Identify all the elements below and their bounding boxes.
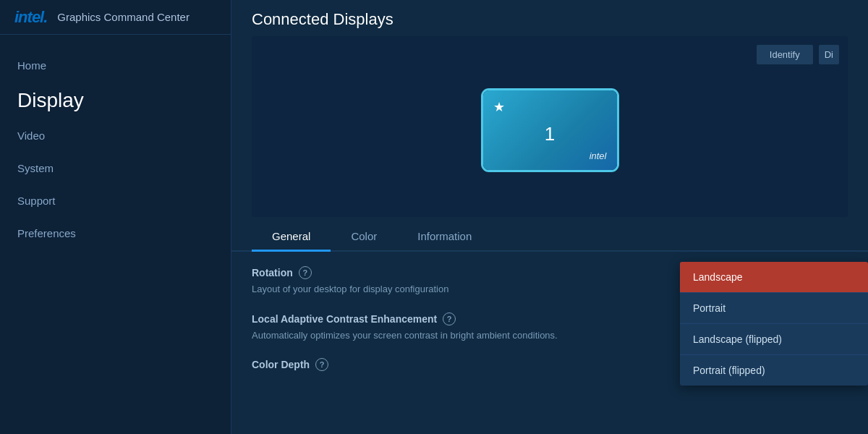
monitor-number: 1 — [545, 123, 555, 145]
tab-general[interactable]: General — [252, 223, 331, 252]
lace-label-text: Local Adaptive Contrast Enhancement — [252, 313, 437, 325]
main-content: Connected Displays Identify Di ★ 1 intel… — [231, 0, 868, 434]
monitor-brand: intel — [590, 150, 607, 161]
sidebar-item-home[interactable]: Home — [0, 49, 231, 82]
tab-color[interactable]: Color — [331, 223, 397, 252]
page-title: Connected Displays — [231, 0, 868, 36]
rotation-help-icon[interactable]: ? — [299, 266, 312, 279]
lace-help-icon[interactable]: ? — [443, 312, 456, 326]
display-settings-button[interactable]: Di — [819, 45, 839, 64]
rotation-label-text: Rotation — [252, 267, 293, 278]
rotation-dropdown[interactable]: Landscape Portrait Landscape (flipped) P… — [680, 262, 868, 386]
color-depth-label-text: Color Depth — [252, 359, 310, 370]
intel-logo: intel. — [14, 8, 47, 27]
sidebar-nav: Home Display Video System Support Prefer… — [0, 35, 231, 264]
settings-area: Rotation ? Layout of your desktop for di… — [231, 252, 868, 434]
sidebar-item-video[interactable]: Video — [0, 119, 231, 152]
tabs-row: General Color Information — [231, 223, 868, 252]
dropdown-item-portrait[interactable]: Portrait — [680, 293, 868, 324]
sidebar-item-system[interactable]: System — [0, 152, 231, 184]
identify-button[interactable]: Identify — [757, 45, 813, 64]
sidebar-item-support[interactable]: Support — [0, 184, 231, 217]
preview-buttons: Identify Di — [757, 45, 839, 64]
color-depth-help-icon[interactable]: ? — [315, 358, 328, 371]
sidebar: intel. Graphics Command Center Home Disp… — [0, 0, 231, 434]
display-preview-area: Identify Di ★ 1 intel — [252, 36, 848, 217]
primary-display-icon: ★ — [493, 99, 505, 115]
sidebar-item-display[interactable]: Display — [0, 82, 231, 119]
tab-information[interactable]: Information — [397, 223, 492, 252]
sidebar-item-preferences[interactable]: Preferences — [0, 217, 231, 250]
dropdown-item-landscape-flipped[interactable]: Landscape (flipped) — [680, 324, 868, 355]
dropdown-item-portrait-flipped[interactable]: Portrait (flipped) — [680, 355, 868, 386]
sidebar-header: intel. Graphics Command Center — [0, 0, 231, 35]
monitor-card-area: ★ 1 intel — [263, 48, 836, 205]
lace-description: Automatically optimizes your screen cont… — [252, 328, 613, 343]
monitor-card[interactable]: ★ 1 intel — [483, 90, 617, 170]
app-title: Graphics Command Center — [57, 11, 190, 23]
rotation-description: Layout of your desktop for display confi… — [252, 282, 613, 297]
dropdown-item-landscape[interactable]: Landscape — [680, 262, 868, 293]
